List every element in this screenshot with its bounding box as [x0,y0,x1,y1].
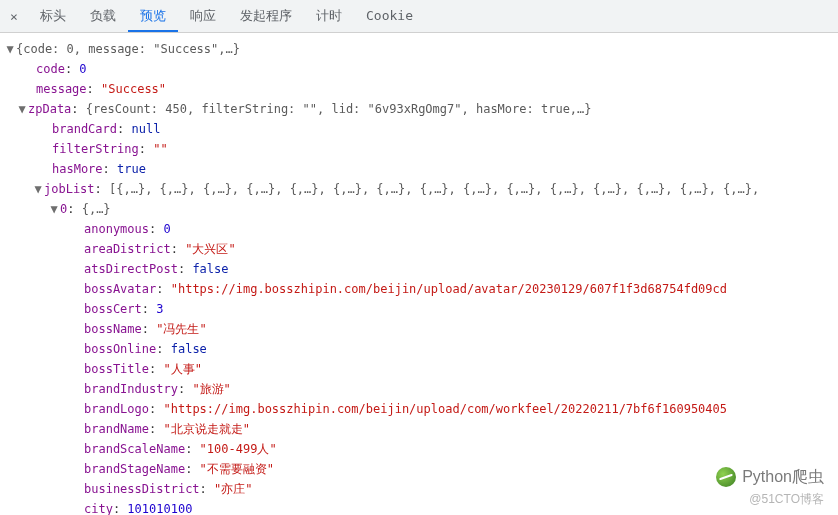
prop-key[interactable]: brandStageName [84,462,185,476]
preview-panel[interactable]: ▼{code: 0, message: "Success",…} ▼code: … [0,33,838,515]
prop-value: "亦庄" [214,482,252,496]
array-summary[interactable]: [{,…}, {,…}, {,…}, {,…}, {,…}, {,…}, {,…… [109,182,759,196]
tab-response[interactable]: 响应 [178,0,228,32]
object-summary[interactable]: {resCount: 450, filterString: "", lid: "… [86,102,592,116]
prop-value: "北京说走就走" [163,422,249,436]
prop-key[interactable]: bossAvatar [84,282,156,296]
prop-key[interactable]: bossCert [84,302,142,316]
tab-headers[interactable]: 标头 [28,0,78,32]
tab-initiator[interactable]: 发起程序 [228,0,304,32]
prop-value: "https://img.bosszhipin.com/beijin/uploa… [171,282,727,296]
prop-key[interactable]: brandCard [52,122,117,136]
root-summary[interactable]: {code: 0, message: "Success",…} [16,42,240,56]
prop-value: true [117,162,146,176]
prop-value: "人事" [163,362,201,376]
triangle-down-icon[interactable]: ▼ [32,179,44,199]
prop-value: "旅游" [192,382,230,396]
triangle-down-icon[interactable]: ▼ [4,39,16,59]
prop-key[interactable]: brandLogo [84,402,149,416]
prop-value: "大兴区" [185,242,235,256]
prop-key[interactable]: brandScaleName [84,442,185,456]
tab-timing[interactable]: 计时 [304,0,354,32]
prop-value: null [131,122,160,136]
prop-value: "https://img.bosszhipin.com/beijin/uploa… [163,402,727,416]
triangle-down-icon[interactable]: ▼ [48,199,60,219]
prop-key[interactable]: brandName [84,422,149,436]
prop-value: "冯先生" [156,322,206,336]
prop-key[interactable]: brandIndustry [84,382,178,396]
prop-value: "100-499人" [200,442,277,456]
prop-key[interactable]: city [84,502,113,515]
prop-key[interactable]: bossOnline [84,342,156,356]
tab-cookies[interactable]: Cookie [354,0,425,32]
prop-key[interactable]: areaDistrict [84,242,171,256]
tab-preview[interactable]: 预览 [128,0,178,32]
object-summary[interactable]: {,…} [82,202,111,216]
prop-value: 3 [156,302,163,316]
prop-value: 0 [79,62,86,76]
prop-value: "不需要融资" [200,462,274,476]
prop-value: "Success" [101,82,166,96]
prop-key[interactable]: code [36,62,65,76]
prop-key[interactable]: jobList [44,182,95,196]
prop-value: 0 [163,222,170,236]
prop-key[interactable]: anonymous [84,222,149,236]
prop-key[interactable]: filterString [52,142,139,156]
prop-key[interactable]: zpData [28,102,71,116]
prop-value: false [171,342,207,356]
prop-key[interactable]: message [36,82,87,96]
close-icon[interactable]: × [0,9,28,24]
triangle-down-icon[interactable]: ▼ [16,99,28,119]
prop-key[interactable]: businessDistrict [84,482,200,496]
prop-key[interactable]: hasMore [52,162,103,176]
prop-value: 101010100 [127,502,192,515]
prop-key[interactable]: bossName [84,322,142,336]
prop-value: "" [153,142,167,156]
devtools-tab-bar: × 标头 负载 预览 响应 发起程序 计时 Cookie [0,0,838,33]
prop-key[interactable]: bossTitle [84,362,149,376]
tab-payload[interactable]: 负载 [78,0,128,32]
prop-key[interactable]: atsDirectPost [84,262,178,276]
prop-value: false [192,262,228,276]
